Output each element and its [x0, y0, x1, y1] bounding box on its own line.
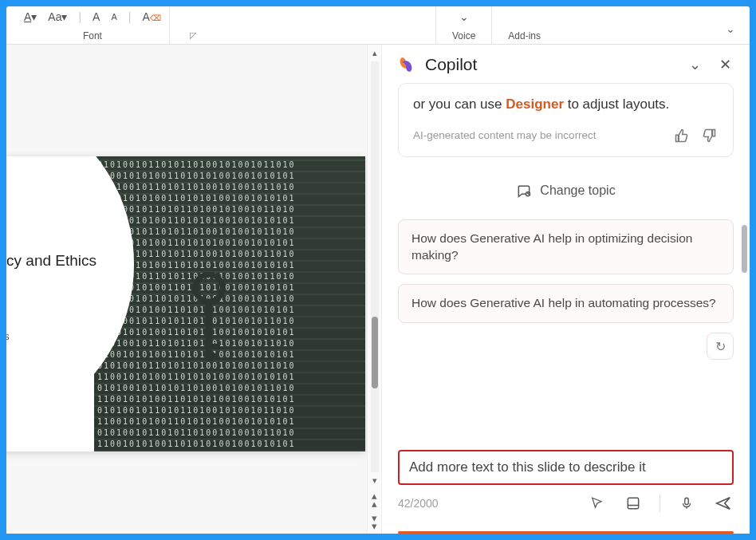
copilot-header: Copilot ⌄ ✕ — [382, 45, 750, 83]
svg-point-0 — [195, 274, 222, 302]
designer-link[interactable]: Designer — [506, 97, 564, 112]
suggestion-chip[interactable]: How does Generative AI help in automatin… — [398, 284, 734, 323]
prompt-input[interactable]: Add more text to this slide to describe … — [398, 450, 734, 485]
change-case-icon[interactable]: Aa▾ — [48, 10, 67, 23]
slide-binary-background: 0101001011010110100101001011010 11001010… — [94, 156, 365, 451]
ribbon-voice-group[interactable]: ⌄ Voice — [435, 6, 491, 44]
microphone-icon[interactable] — [676, 493, 697, 514]
send-icon[interactable] — [713, 493, 734, 514]
powerpoint-window: A▾ Aa▾ | A A | A⌫ Font ◸ ⌄ Voice Add-ins… — [6, 6, 750, 534]
copilot-pane: Copilot ⌄ ✕ or you can use Designer to a… — [381, 45, 750, 534]
copilot-response-card: or you can use Designer to adjust layout… — [398, 83, 734, 157]
scroll-thumb[interactable] — [372, 317, 378, 388]
ribbon-font-label: Font — [83, 30, 102, 41]
copilot-response-text: or you can use Designer to adjust layout… — [413, 95, 719, 115]
thumbs-up-icon[interactable] — [672, 126, 691, 145]
close-pane-icon[interactable]: ✕ — [715, 54, 735, 75]
font-dialog-launcher-icon[interactable]: ◸ — [190, 30, 199, 40]
svg-rect-3 — [206, 353, 217, 359]
collapse-pane-icon[interactable]: ⌄ — [684, 54, 705, 75]
thumbs-down-icon[interactable] — [699, 126, 719, 145]
accent-bar — [398, 531, 734, 534]
copilot-body: or you can use Designer to adjust layout… — [382, 83, 750, 450]
slide-canvas[interactable]: 0101001011010110100101001011010 11001010… — [6, 45, 381, 534]
prev-slide-icon[interactable]: ▴▴ — [372, 489, 377, 511]
response-suffix: to adjust layouts. — [564, 97, 669, 112]
copilot-logo-icon — [396, 55, 415, 74]
slide-title[interactable]: vacy and Ethics — [6, 252, 96, 270]
svg-rect-1 — [206, 299, 212, 361]
toolbar-divider — [660, 495, 660, 512]
prompt-guide-icon[interactable] — [623, 493, 644, 514]
copilot-title: Copilot — [425, 55, 477, 74]
svg-rect-6 — [685, 498, 689, 504]
cursor-icon — [586, 493, 607, 514]
chat-icon — [516, 183, 532, 199]
copilot-scroll-thumb[interactable] — [742, 225, 747, 273]
clear-formatting-icon[interactable]: A⌫ — [142, 10, 160, 23]
change-topic-label: Change topic — [540, 183, 615, 198]
suggestion-chip[interactable]: How does Generative AI help in optimizin… — [398, 219, 734, 275]
slide[interactable]: 0101001011010110100101001011010 11001010… — [6, 156, 365, 451]
font-color-icon[interactable]: A▾ — [24, 10, 37, 23]
svg-rect-5 — [628, 498, 638, 508]
ribbon-font-group: A▾ Aa▾ | A A | A⌫ Font — [16, 6, 170, 44]
char-count: 42/2000 — [398, 497, 439, 510]
main-area: 0101001011010110100101001011010 11001010… — [6, 45, 750, 534]
scroll-track[interactable] — [371, 61, 379, 472]
response-prefix: or you can use — [413, 97, 506, 112]
ribbon-voice-label: Voice — [452, 30, 475, 41]
scroll-down-icon[interactable]: ▾ — [372, 472, 377, 489]
key-icon — [191, 272, 226, 376]
ribbon-addins-label: Add-ins — [508, 30, 541, 41]
grow-font-icon[interactable]: A — [93, 10, 100, 23]
voice-chevron-icon: ⌄ — [459, 10, 469, 23]
scroll-up-icon[interactable]: ▴ — [372, 45, 377, 61]
svg-rect-2 — [206, 344, 220, 349]
ribbon: A▾ Aa▾ | A A | A⌫ Font ◸ ⌄ Voice Add-ins… — [6, 6, 750, 45]
ai-disclaimer: AI-generated content may be incorrect — [413, 129, 597, 141]
slide-scrollbar[interactable]: ▴ ▾ ▴▴ ▾▾ — [367, 45, 381, 534]
collapse-ribbon-icon[interactable]: ⌄ — [726, 22, 735, 35]
slide-subtitle[interactable]: ions — [6, 330, 10, 342]
refresh-suggestions-icon[interactable]: ↻ — [707, 333, 734, 360]
ribbon-addins-group[interactable]: Add-ins — [491, 6, 557, 44]
shrink-font-icon[interactable]: A — [111, 12, 116, 22]
change-topic-button[interactable]: Change topic — [398, 170, 734, 219]
copilot-input-area: Add more text to this slide to describe … — [382, 450, 750, 523]
next-slide-icon[interactable]: ▾▾ — [372, 511, 377, 534]
